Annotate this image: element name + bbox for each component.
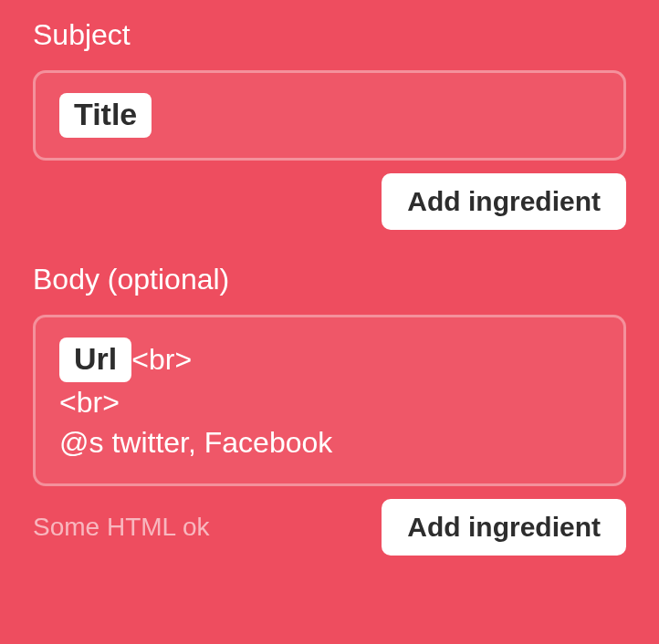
ingredient-chip-url[interactable]: Url [59, 338, 131, 382]
subject-field-group: Subject Title Add ingredient [33, 18, 626, 230]
body-field-group: Body (optional) Url<br> <br> @s twitter,… [33, 263, 626, 556]
subject-input[interactable]: Title [33, 70, 626, 161]
body-line-2: <br> [59, 382, 600, 423]
body-label: Body (optional) [33, 263, 626, 296]
body-button-row: Some HTML ok Add ingredient [33, 499, 626, 556]
add-ingredient-button-body[interactable]: Add ingredient [382, 499, 626, 556]
ingredient-chip-title[interactable]: Title [59, 93, 152, 138]
body-line-3: @s twitter, Facebook [59, 422, 600, 463]
body-text-after-url: <br> [131, 343, 192, 376]
subject-label: Subject [33, 18, 626, 52]
body-input[interactable]: Url<br> <br> @s twitter, Facebook [33, 315, 626, 486]
subject-button-row: Add ingredient [33, 173, 626, 230]
body-hint: Some HTML ok [33, 513, 209, 542]
add-ingredient-button-subject[interactable]: Add ingredient [382, 173, 626, 230]
